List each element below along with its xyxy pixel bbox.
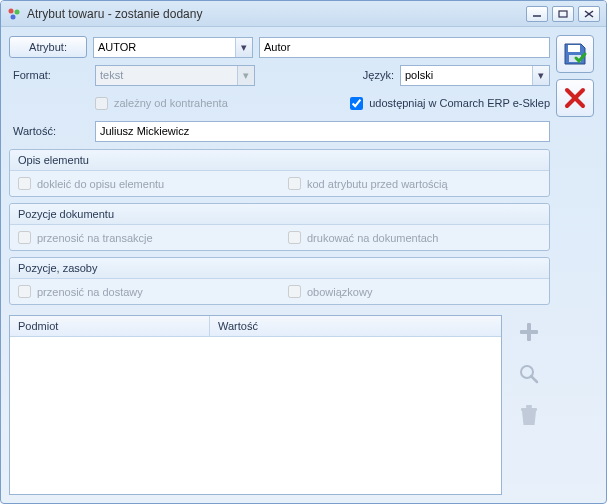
svg-line-10 bbox=[531, 376, 537, 382]
eshop-checkbox-input[interactable] bbox=[350, 97, 363, 110]
eshop-checkbox-label: udostępniaj w Comarch ERP e-Sklep bbox=[369, 97, 550, 109]
table-buttons bbox=[508, 315, 550, 495]
plus-icon bbox=[516, 319, 542, 345]
format-combo: tekst ▾ bbox=[95, 65, 255, 86]
svg-point-2 bbox=[11, 14, 16, 19]
svg-rect-11 bbox=[521, 408, 537, 411]
window: Atrybut towaru - zostanie dodany Atrybut… bbox=[0, 0, 607, 504]
language-label: Język: bbox=[363, 69, 394, 81]
svg-point-0 bbox=[9, 8, 14, 13]
trash-icon bbox=[518, 404, 540, 428]
body: Atrybut: AUTOR ▾ Autor Format: tekst ▾ J… bbox=[1, 27, 606, 503]
col-wartosc[interactable]: Wartość bbox=[210, 316, 501, 336]
poz-print-checkbox: drukować na dokumentach bbox=[288, 231, 438, 244]
svg-rect-8 bbox=[520, 330, 538, 334]
opis-code-checkbox: kod atrybutu przed wartością bbox=[288, 177, 448, 190]
magnifier-icon bbox=[517, 362, 541, 386]
chevron-down-icon: ▾ bbox=[532, 66, 549, 85]
svg-rect-4 bbox=[559, 11, 567, 17]
attribute-name-value: Autor bbox=[264, 41, 290, 53]
close-icon bbox=[564, 87, 586, 109]
opis-append-checkbox: dokleić do opisu elementu bbox=[18, 177, 248, 190]
poz-transfer-checkbox: przenosić na transakcje bbox=[18, 231, 248, 244]
svg-rect-13 bbox=[568, 45, 580, 52]
cancel-button[interactable] bbox=[556, 79, 594, 117]
group-zasoby-title: Pozycje, zasoby bbox=[10, 258, 549, 279]
action-sidebar bbox=[556, 35, 598, 495]
language-combo[interactable]: polski ▾ bbox=[400, 65, 550, 86]
maximize-button[interactable] bbox=[552, 6, 574, 22]
dependent-checkbox-label: zależny od kontrahenta bbox=[114, 97, 228, 109]
table-area: Podmiot Wartość bbox=[9, 315, 550, 495]
dependent-checkbox: zależny od kontrahenta bbox=[95, 97, 228, 110]
format-combo-value: tekst bbox=[100, 69, 123, 81]
group-pozycje-title: Pozycje dokumentu bbox=[10, 204, 549, 225]
value-text: Juliusz Mickiewicz bbox=[100, 125, 189, 137]
format-label: Format: bbox=[9, 69, 89, 81]
group-opis-title: Opis elementu bbox=[10, 150, 549, 171]
save-icon bbox=[562, 41, 588, 67]
add-row-button[interactable] bbox=[512, 315, 546, 349]
form-area: Atrybut: AUTOR ▾ Autor Format: tekst ▾ J… bbox=[9, 35, 550, 495]
table-body[interactable] bbox=[10, 337, 501, 494]
language-combo-value: polski bbox=[405, 69, 433, 81]
attribute-combo-value: AUTOR bbox=[98, 41, 136, 53]
dependent-checkbox-input bbox=[95, 97, 108, 110]
group-opis: Opis elementu dokleić do opisu elementu … bbox=[9, 149, 550, 197]
search-row-button[interactable] bbox=[512, 357, 546, 391]
zas-delivery-checkbox: przenosić na dostawy bbox=[18, 285, 248, 298]
delete-row-button[interactable] bbox=[512, 399, 546, 433]
attribute-name-input[interactable]: Autor bbox=[259, 37, 550, 58]
save-button[interactable] bbox=[556, 35, 594, 73]
minimize-button[interactable] bbox=[526, 6, 548, 22]
group-zasoby: Pozycje, zasoby przenosić na dostawy obo… bbox=[9, 257, 550, 305]
value-label: Wartość: bbox=[9, 125, 89, 137]
window-title: Atrybut towaru - zostanie dodany bbox=[27, 7, 522, 21]
close-button[interactable] bbox=[578, 6, 600, 22]
table-header: Podmiot Wartość bbox=[10, 316, 501, 337]
col-podmiot[interactable]: Podmiot bbox=[10, 316, 210, 336]
eshop-checkbox[interactable]: udostępniaj w Comarch ERP e-Sklep bbox=[350, 97, 550, 110]
value-input[interactable]: Juliusz Mickiewicz bbox=[95, 121, 550, 142]
chevron-down-icon: ▾ bbox=[237, 66, 254, 85]
attribute-button[interactable]: Atrybut: bbox=[9, 36, 87, 58]
app-icon bbox=[7, 7, 21, 21]
svg-rect-12 bbox=[526, 405, 532, 408]
svg-point-1 bbox=[15, 9, 20, 14]
titlebar: Atrybut towaru - zostanie dodany bbox=[1, 1, 606, 27]
group-pozycje: Pozycje dokumentu przenosić na transakcj… bbox=[9, 203, 550, 251]
chevron-down-icon: ▾ bbox=[235, 38, 252, 57]
zas-required-checkbox: obowiązkowy bbox=[288, 285, 372, 298]
attribute-combo[interactable]: AUTOR ▾ bbox=[93, 37, 253, 58]
entity-table[interactable]: Podmiot Wartość bbox=[9, 315, 502, 495]
